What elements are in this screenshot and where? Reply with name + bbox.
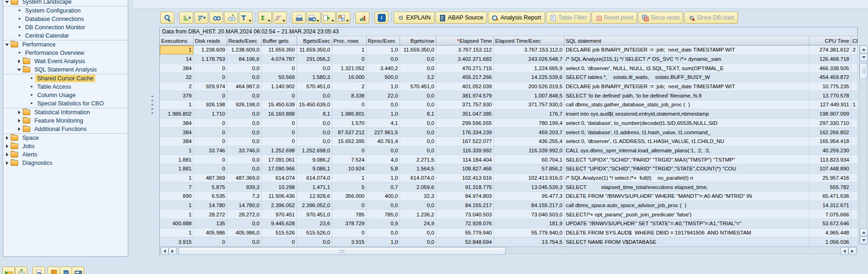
table-cell[interactable] [851,128,857,137]
search-document-button[interactable] [33,267,45,274]
expand-arrow-icon[interactable] [5,144,9,149]
expand-arrow-icon[interactable] [17,59,21,64]
table-cell[interactable]: 53.672.646 [809,219,851,228]
horizontal-scrollbar[interactable] [160,247,857,254]
table-cell[interactable]: 455.217.266 [436,73,493,82]
table-cell[interactable]: 23,6 [296,219,332,228]
table-cell[interactable]: 7,3 [227,192,261,201]
table-cell[interactable] [851,73,857,82]
table-row[interactable]: 141.178.75384.196,64.074.787291.056,200,… [160,54,857,64]
table-cell[interactable]: 33.746 [193,146,227,155]
tree-item-diagnostics[interactable]: Diagnostics [3,159,128,167]
horizontal-scroll-thumb[interactable] [178,247,506,255]
table-cell[interactable]: 2.396.052 [261,201,296,210]
table-cell[interactable]: 570.451,0 [296,82,332,91]
table-cell[interactable]: 5 [332,183,366,192]
scroll-left-button-end[interactable] [841,247,848,255]
table-cell[interactable]: 0 [332,100,366,110]
table-cell[interactable]: 487.369,0 [227,173,261,183]
table-cell[interactable] [851,91,857,100]
table-cell[interactable]: 1,0 [366,82,400,91]
table-cell[interactable]: 73.040.503 [436,210,493,219]
tree-item-space[interactable]: Space [3,134,128,142]
table-cell[interactable] [851,54,857,64]
table-row[interactable]: 38400,000,01.5704,10,0299.596.555780.199… [160,118,857,128]
dropdown-arrow-icon[interactable] [268,20,270,22]
table-row[interactable]: 1926.198926.198,015.450.63915.450.639,00… [160,100,857,110]
column-header-bgets-row[interactable]: Bgets/row [400,36,436,46]
table-cell[interactable]: 12.928,6 [296,192,332,201]
table-cell[interactable]: 2 [332,82,366,91]
table-cell[interactable]: 379 [160,91,193,100]
table-row[interactable]: 1.986.8021.7100,016.160.8888,11.986.8011… [160,109,857,118]
vertical-scrollbar[interactable] [859,45,867,245]
tree-item-system-configuration[interactable]: •System Configuration [3,7,128,15]
table-cell[interactable]: 1,0 [366,109,400,118]
tree-item-alerts[interactable]: Alerts [3,150,128,159]
table-cell[interactable]: 2 [851,46,857,55]
graphic-button[interactable] [355,12,369,24]
column-header-disk-reads[interactable]: Disk reads [193,36,227,46]
table-cell[interactable]: 113.823.934 [809,155,851,164]
table-cell[interactable]: 0,0 [227,155,261,164]
sql-statement-cell[interactable]: select 0, 'dbserver', t1.ADDRESS, t1.HAS… [564,137,809,146]
table-cell[interactable]: 0 [193,64,227,73]
sql-statement-cell[interactable]: SELECT "UPIDX","SCHID","PARID" "TRGID","… [564,164,809,173]
sql-statement-cell[interactable]: CALL sys.dbms_spm_internal.load_alternat… [564,146,809,155]
table-cell[interactable]: 0,0 [227,164,261,173]
table-cell[interactable]: 0,0 [400,201,436,210]
table-cell[interactable]: 1 [160,201,193,210]
table-cell[interactable]: 28.272 [193,210,227,219]
table-cell[interactable]: 0,7 [366,183,400,192]
sql-statement-cell[interactable]: SELECT elapsed_time_total/executions ela… [564,183,809,192]
dropdown-arrow-icon[interactable] [249,20,251,22]
table-cell[interactable]: 2.059,6 [400,183,436,192]
table-cell[interactable]: 1,0 [366,46,400,55]
table-cell[interactable]: 405.986 [193,228,227,237]
table-cell[interactable]: 22,0 [366,91,400,100]
dropdown-arrow-icon[interactable] [283,20,285,22]
choose-layout-button[interactable] [336,12,350,24]
table-filter-button[interactable]: Table Filter [546,12,591,24]
table-cell[interactable] [851,164,857,173]
table-cell[interactable]: 0,0 [366,54,400,64]
filter-folder-button[interactable] [15,267,27,274]
collapse-arrow-icon[interactable] [5,43,9,47]
table-cell[interactable]: 7.075.666 [809,210,851,219]
table-cell[interactable]: 926.198,0 [227,100,261,110]
analysis-report-button[interactable]: Analysis Report [488,12,545,24]
column-header-elapsed-time-exec[interactable]: Elapsed Time/Exec [493,36,564,46]
tree-item-wait-event-analysis[interactable]: Wait Event Analysis [3,57,128,65]
save-button[interactable] [72,267,84,274]
table-cell[interactable] [851,82,857,91]
table-cell[interactable]: 1.881 [160,164,193,173]
table-cell[interactable]: 780.199,4 [493,118,564,128]
table-cell[interactable]: 107.448.890 [809,164,851,173]
scroll-left-button[interactable] [161,247,169,255]
table-cell[interactable]: 384 [160,64,193,73]
table-cell[interactable] [851,183,857,192]
tree-item-table-access[interactable]: •Table Access [3,83,128,91]
table-cell[interactable]: 500,0 [366,73,400,82]
table-cell[interactable]: 126.468.718 [809,54,851,64]
table-cell[interactable]: 1 [160,228,193,237]
table-cell[interactable]: 0,0 [400,118,436,128]
table-cell[interactable]: 0 [261,128,296,137]
table-cell[interactable]: 1 [160,210,193,219]
column-header-executions[interactable]: Executions [160,36,193,46]
table-cell[interactable]: 2.396.052,0 [296,201,332,210]
scroll-right-button-end[interactable] [848,247,856,255]
dropdown-arrow-icon[interactable] [331,20,334,22]
table-cell[interactable]: 40.761,4 [366,137,400,146]
table-cell[interactable]: 1.710 [193,109,227,118]
tree-item-db-connection-monitor[interactable]: •DB Connection Monitor [3,23,128,32]
table-cell[interactable]: 0,0 [400,146,436,155]
table-cell[interactable]: 13.045.539,3 [493,183,564,192]
table-cell[interactable]: 0,0 [366,100,400,110]
table-cell[interactable]: 459.203,7 [493,128,564,137]
table-row[interactable]: 400.8881350,09.445.62823,6378.7290,924,9… [160,219,857,228]
table-cell[interactable]: 0,0 [400,128,436,137]
table-row[interactable]: 8906.5357,311.506.43612.928,6356.000400,… [160,192,857,201]
table-cell[interactable]: 0,0 [227,64,261,73]
table-cell[interactable]: 10.775.235 [809,82,851,91]
